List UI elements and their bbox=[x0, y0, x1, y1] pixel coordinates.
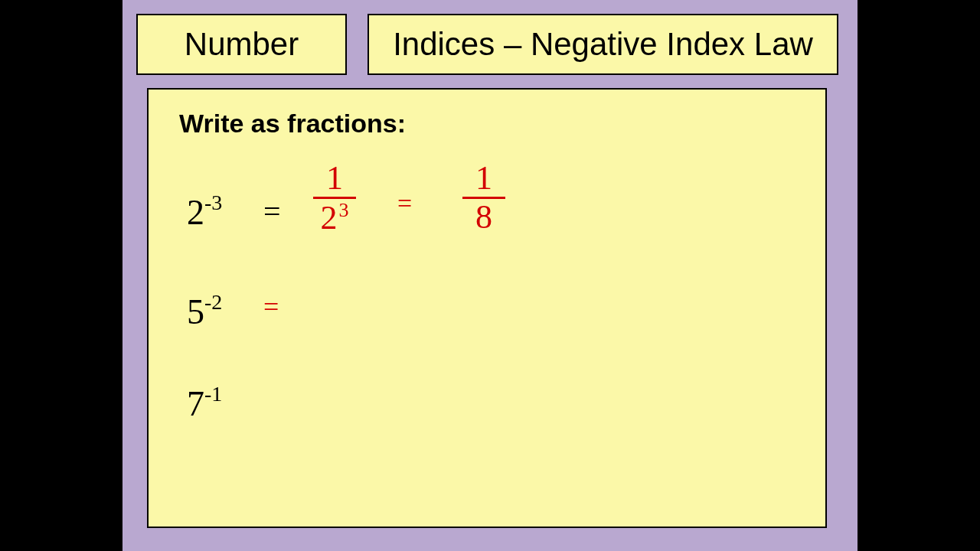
p1-eq1: = bbox=[263, 194, 281, 230]
content-box: Write as fractions: 2-3 = 1 23 = 1 8 bbox=[147, 88, 827, 528]
frac1-den: 23 bbox=[313, 201, 356, 235]
title-left-text: Number bbox=[185, 26, 299, 63]
problem-row-1: 2-3 = 1 23 = 1 8 bbox=[187, 161, 795, 269]
title-left-box: Number bbox=[136, 14, 347, 75]
problem-row-2: 5-2 = bbox=[187, 269, 795, 368]
title-right-text: Indices – Negative Index Law bbox=[393, 26, 813, 63]
frac1-den-base: 2 bbox=[321, 199, 338, 236]
slide-stage: Number Indices – Negative Index Law Writ… bbox=[122, 0, 858, 551]
p2-base: 5 bbox=[187, 292, 204, 331]
frac1-den-exp: 3 bbox=[339, 199, 349, 221]
p1-eq2: = bbox=[397, 191, 412, 217]
frac2-den: 8 bbox=[462, 201, 505, 234]
p2-eq: = bbox=[263, 293, 279, 321]
p1-base: 2 bbox=[187, 193, 204, 232]
problem-row-3: 7-1 bbox=[187, 368, 795, 445]
p3-base: 7 bbox=[187, 384, 204, 423]
frac2-num: 1 bbox=[462, 161, 505, 195]
frac1-num: 1 bbox=[313, 161, 356, 195]
p1-exp: -3 bbox=[204, 191, 222, 214]
p2-exp: -2 bbox=[204, 290, 222, 314]
prompt-text: Write as fractions: bbox=[179, 109, 795, 139]
p3-exp: -1 bbox=[204, 382, 222, 406]
title-right-box: Indices – Negative Index Law bbox=[368, 14, 838, 75]
